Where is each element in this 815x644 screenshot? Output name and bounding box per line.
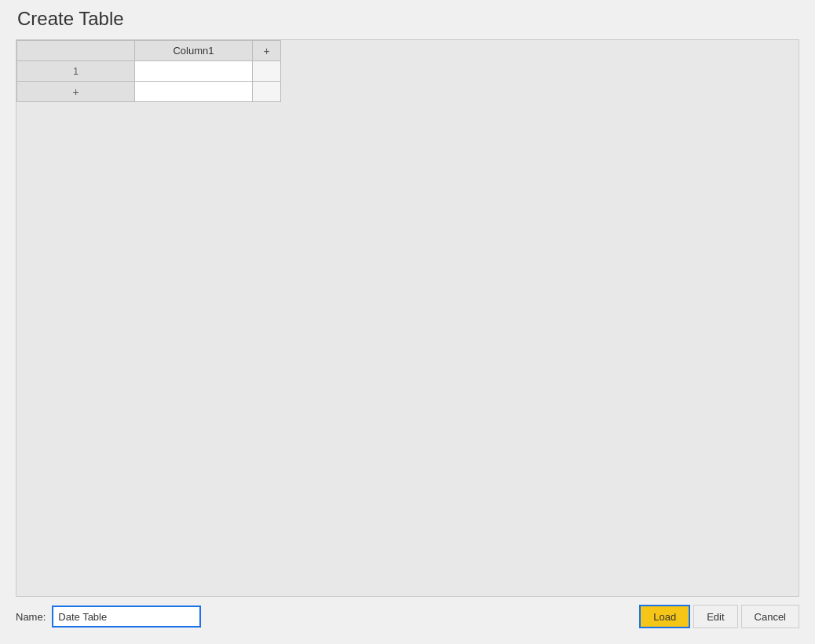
data-cell-1-1[interactable]: [135, 61, 253, 82]
table-row: 1: [17, 61, 281, 82]
name-area: Name:: [16, 606, 201, 628]
add-row-row: +: [17, 82, 281, 102]
edit-button[interactable]: Edit: [693, 605, 737, 628]
load-button[interactable]: Load: [639, 605, 690, 628]
add-row-cell[interactable]: [135, 82, 253, 102]
cancel-button[interactable]: Cancel: [741, 605, 799, 628]
row-number-header: [17, 41, 135, 61]
empty-cell-2: [253, 82, 281, 102]
row-number-1: 1: [17, 61, 135, 82]
table-container: Column1 + 1 +: [16, 39, 799, 597]
action-buttons: Load Edit Cancel: [639, 605, 799, 628]
data-grid: Column1 + 1 +: [16, 40, 281, 102]
add-row-button[interactable]: +: [17, 82, 135, 102]
name-label: Name:: [16, 611, 46, 623]
add-column-button[interactable]: +: [253, 41, 281, 61]
page-title: Create Table: [16, 8, 799, 30]
table-name-input[interactable]: [52, 606, 201, 628]
bottom-area: Name: Load Edit Cancel: [16, 605, 799, 628]
column1-header[interactable]: Column1: [135, 41, 253, 61]
empty-cell-1: [253, 61, 281, 82]
